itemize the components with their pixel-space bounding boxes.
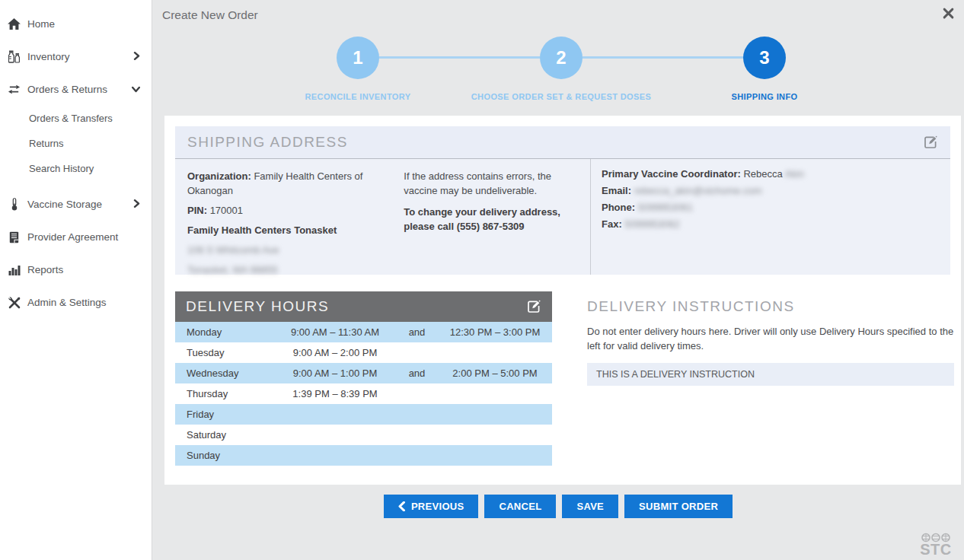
phone-label: Phone: xyxy=(602,202,635,213)
delivery-hours-panel: DELIVERY HOURS Monday 9:00 AM – 11:30 AM… xyxy=(175,291,552,466)
sidebar-item-label: Inventory xyxy=(27,51,70,62)
conjunction: and xyxy=(396,326,438,338)
sidebar-subitem-orders-transfers[interactable]: Orders & Transfers xyxy=(0,106,152,131)
stc-logo-text: STC xyxy=(920,542,952,556)
chevron-down-icon xyxy=(132,84,140,95)
shipping-info-card: SHIPPING ADDRESS Organization: Family He… xyxy=(164,116,961,485)
delivery-hours-title: DELIVERY HOURS xyxy=(186,298,329,315)
vial-icon xyxy=(8,50,21,63)
previous-button-label: PREVIOUS xyxy=(411,501,464,512)
delivery-hours-row-wednesday: Wednesday 9:00 AM – 1:00 PM and 2:00 PM … xyxy=(175,363,552,383)
coordinator-block: Primary Vaccine Coordinator: Rebecca Aki… xyxy=(591,159,950,275)
sidebar-item-admin-settings[interactable]: Admin & Settings xyxy=(0,286,152,319)
lower-section: DELIVERY HOURS Monday 9:00 AM – 11:30 AM… xyxy=(175,291,950,466)
time-range-1: 9:00 AM – 11:30 AM xyxy=(274,326,396,338)
sidebar-item-vaccine-storage[interactable]: Vaccine Storage xyxy=(0,188,152,221)
spacer xyxy=(0,181,152,188)
submit-order-button-label: SUBMIT ORDER xyxy=(639,501,718,512)
sidebar-item-reports[interactable]: Reports xyxy=(0,253,152,286)
shipping-address-title: SHIPPING ADDRESS xyxy=(187,134,348,151)
edit-delivery-hours-icon[interactable] xyxy=(526,299,541,314)
sidebar-item-label: Vaccine Storage xyxy=(27,199,102,210)
step-1-circle[interactable]: 1 xyxy=(337,37,379,79)
chevron-left-icon xyxy=(398,501,405,511)
sidebar-subitem-search-history[interactable]: Search History xyxy=(0,156,152,181)
sidebar-item-orders-returns[interactable]: Orders & Returns xyxy=(0,73,152,106)
email-value-redacted: rebecca_akin@stchome.com xyxy=(634,185,762,196)
save-button-label: SAVE xyxy=(576,501,604,512)
sidebar-item-provider-agreement[interactable]: Provider Agreement xyxy=(0,221,152,253)
phone-value-redacted: 5099953061 xyxy=(638,202,693,213)
coordinator-label: Primary Vaccine Coordinator: xyxy=(602,168,741,180)
stc-logo: STC xyxy=(920,533,952,556)
submit-order-button[interactable]: SUBMIT ORDER xyxy=(624,495,733,518)
time-range-1: 9:00 AM – 1:00 PM xyxy=(274,368,396,379)
delivery-hours-row-tuesday: Tuesday 9:00 AM – 2:00 PM xyxy=(175,342,552,363)
time-range-2: 12:30 PM – 3:00 PM xyxy=(438,326,552,338)
sidebar-item-label: Admin & Settings xyxy=(27,297,107,308)
day-label: Thursday xyxy=(175,388,274,399)
delivery-hours-row-saturday: Saturday xyxy=(175,425,552,445)
fax-value-redacted: 5099953062 xyxy=(624,218,679,230)
time-range-1: 9:00 AM – 2:00 PM xyxy=(274,347,396,358)
pin-label: PIN: xyxy=(187,205,207,216)
day-label: Sunday xyxy=(175,450,274,461)
shipping-address-body: Organization: Family Health Centers of O… xyxy=(175,159,950,275)
previous-button[interactable]: PREVIOUS xyxy=(384,495,479,518)
cancel-button-label: CANCEL xyxy=(499,501,541,512)
edit-shipping-address-icon[interactable] xyxy=(923,135,938,150)
organization-label: Organization: xyxy=(187,170,251,182)
sidebar-item-home[interactable]: Home xyxy=(0,8,152,40)
fax-label: Fax: xyxy=(602,218,622,230)
fax-line: Fax: 5099953062 xyxy=(602,219,950,230)
transfer-arrows-icon xyxy=(8,83,21,96)
shipping-address-left: Organization: Family Health Centers of O… xyxy=(175,159,591,275)
delivery-instructions-panel: DELIVERY INSTRUCTIONS Do not enter deliv… xyxy=(587,291,954,466)
sidebar-item-label: Reports xyxy=(27,264,63,275)
time-range-1: 1:39 PM – 8:39 PM xyxy=(274,388,396,399)
address-note-block: If the address contains errors, the vacc… xyxy=(399,159,590,275)
day-label: Friday xyxy=(175,409,274,420)
pin-line: PIN: 170001 xyxy=(187,203,393,218)
home-icon xyxy=(8,18,21,30)
sidebar-subitem-label: Orders & Transfers xyxy=(29,113,113,124)
organization-address-block: Organization: Family Health Centers of O… xyxy=(175,159,399,275)
sidebar-item-label: Orders & Returns xyxy=(27,84,107,95)
cancel-button[interactable]: CANCEL xyxy=(484,495,556,518)
delivery-hours-row-sunday: Sunday xyxy=(175,445,552,466)
close-icon[interactable] xyxy=(943,8,954,22)
email-label: Email: xyxy=(602,185,631,196)
step-2-circle[interactable]: 2 xyxy=(540,37,583,79)
step-3-circle[interactable]: 3 xyxy=(743,37,786,79)
time-range-2: 2:00 PM – 5:00 PM xyxy=(438,368,552,379)
step-connector xyxy=(379,56,540,59)
day-label: Wednesday xyxy=(175,368,274,379)
sidebar-subitem-label: Returns xyxy=(29,138,64,149)
delivery-instructions-note: Do not enter delivery hours here. Driver… xyxy=(587,324,954,353)
save-button[interactable]: SAVE xyxy=(562,495,618,518)
action-button-row: PREVIOUS CANCEL SAVE SUBMIT ORDER xyxy=(152,495,964,518)
thermometer-icon xyxy=(8,198,21,211)
day-label: Monday xyxy=(175,326,274,338)
step-connector xyxy=(583,56,743,59)
day-label: Saturday xyxy=(175,429,274,441)
phone-line: Phone: 5099953061 xyxy=(602,202,950,213)
email-line: Email: rebecca_akin@stchome.com xyxy=(602,186,950,196)
shipping-address-header: SHIPPING ADDRESS xyxy=(175,126,950,159)
chevron-right-icon xyxy=(133,51,140,62)
change-address-note: To change your delivery address, please … xyxy=(404,205,578,234)
delivery-hours-header: DELIVERY HOURS xyxy=(175,291,552,322)
coordinator-line: Primary Vaccine Coordinator: Rebecca Aki… xyxy=(602,169,950,180)
document-icon xyxy=(8,231,21,243)
sidebar-subitem-returns[interactable]: Returns xyxy=(0,131,152,156)
sidebar-subitem-label: Search History xyxy=(29,163,94,174)
address-error-note: If the address contains errors, the vacc… xyxy=(404,169,578,198)
delivery-instruction-value[interactable]: THIS IS A DELIVERY INSTRUCTION xyxy=(587,363,954,386)
chevron-right-icon xyxy=(133,199,140,210)
organization-line: Organization: Family Health Centers of O… xyxy=(187,169,393,198)
main-panel: Create New Order 1 2 3 RECONCILE INVENTO… xyxy=(152,0,964,560)
conjunction: and xyxy=(396,368,438,379)
delivery-hours-table: Monday 9:00 AM – 11:30 AM and 12:30 PM –… xyxy=(175,322,552,466)
address-line-1-redacted: 106 S Whitcomb Ave xyxy=(187,243,393,257)
sidebar-item-inventory[interactable]: Inventory xyxy=(0,40,152,73)
